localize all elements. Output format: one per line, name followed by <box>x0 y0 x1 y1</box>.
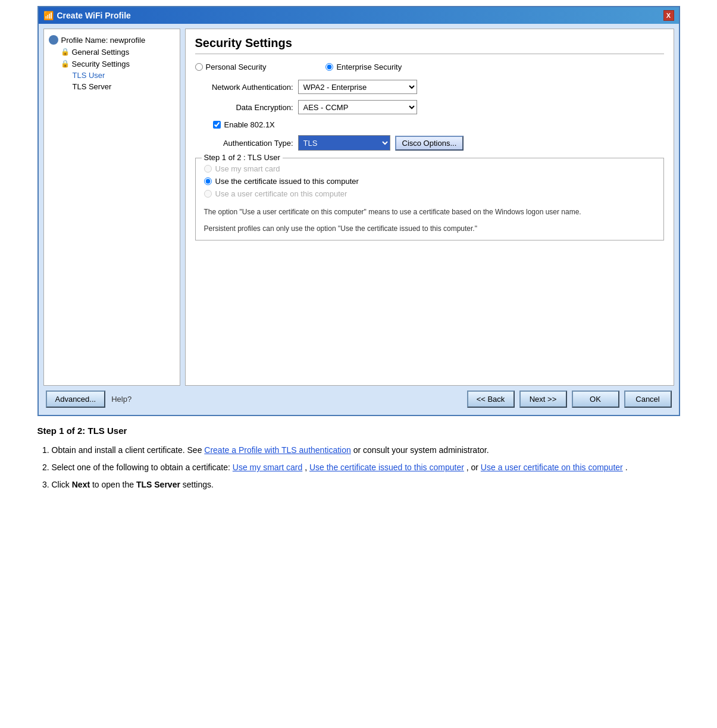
info-text-1: The option "Use a user certificate on th… <box>204 207 655 217</box>
dialog-body: Profile Name: newprofile General Setting… <box>39 24 679 415</box>
lock-icon-security <box>61 59 69 68</box>
instruction-2: Select one of the following to obtain a … <box>52 460 680 475</box>
dialog-title: Create WiFi Profile <box>57 11 131 20</box>
lock-icon-general <box>61 47 69 57</box>
use-smart-card-label: Use my smart card <box>215 164 280 173</box>
instruction-1: Obtain and install a client certificate.… <box>52 443 680 458</box>
tree-item-tls-user[interactable]: TLS User <box>49 70 175 81</box>
network-auth-label: Network Authentication: <box>195 83 293 92</box>
tree-item-tls-server[interactable]: TLS Server <box>49 81 175 92</box>
instruction-3: Click Next to open the TLS Server settin… <box>52 477 680 492</box>
auth-type-label: Authentication Type: <box>195 139 293 148</box>
step-group: Step 1 of 2 : TLS User Use my smart card… <box>195 158 664 240</box>
close-button[interactable]: X <box>663 10 674 21</box>
data-encryption-row: Data Encryption: AES - CCMP TKIP None <box>195 100 664 114</box>
user-cert-link[interactable]: Use a user certificate on this computer <box>481 463 623 472</box>
network-auth-row: Network Authentication: WPA2 - Enterpris… <box>195 80 664 94</box>
auth-type-select[interactable]: TLS PEAP LEAP EAP-FAST <box>298 135 390 151</box>
use-computer-cert-row[interactable]: Use the certificate issued to this compu… <box>204 177 655 186</box>
dialog-titlebar: 📶 Create WiFi Profile X <box>39 7 679 24</box>
instruction-3-text3: settings. <box>183 480 214 489</box>
dialog-content: Profile Name: newprofile General Setting… <box>43 29 674 386</box>
use-computer-cert-radio[interactable] <box>204 177 212 185</box>
section-title: Security Settings <box>195 36 664 54</box>
wifi-icon: 📶 <box>43 11 54 20</box>
tls-server-label: TLS Server <box>73 82 112 91</box>
tree-item-security-settings[interactable]: Security Settings <box>49 58 175 70</box>
general-settings-label: General Settings <box>72 48 130 57</box>
use-user-cert-label: Use a user certificate on this computer <box>215 189 347 198</box>
enterprise-security-radio[interactable] <box>325 63 333 71</box>
use-smart-card-row: Use my smart card <box>204 164 655 173</box>
use-user-cert-radio <box>204 190 212 198</box>
use-smart-card-radio <box>204 165 212 173</box>
instruction-1-text-before: Obtain and install a client certificate.… <box>52 445 205 455</box>
instruction-3-bold-server: TLS Server <box>136 480 180 489</box>
dialog-titlebar-title: 📶 Create WiFi Profile <box>43 11 131 20</box>
cisco-options-button[interactable]: Cisco Options... <box>395 136 464 151</box>
page-content: Step 1 of 2: TLS User Obtain and install… <box>37 426 680 493</box>
advanced-button[interactable]: Advanced... <box>46 390 106 408</box>
personal-security-radio-label[interactable]: Personal Security <box>195 63 267 71</box>
enterprise-security-radio-label[interactable]: Enterprise Security <box>325 63 402 71</box>
enable-8021x-row: Enable 802.1X <box>195 120 664 129</box>
instruction-3-text2: to open the <box>92 480 136 489</box>
instruction-3-text1: Click <box>52 480 72 489</box>
enable-8021x-label: Enable 802.1X <box>224 120 275 129</box>
next-button[interactable]: Next >> <box>519 390 567 408</box>
tree-item-profile-name[interactable]: Profile Name: newprofile <box>49 34 175 46</box>
left-panel: Profile Name: newprofile General Setting… <box>43 29 180 386</box>
auth-type-row: Authentication Type: TLS PEAP LEAP EAP-F… <box>195 135 664 151</box>
instruction-2-comma2: , or <box>466 463 481 472</box>
info-text-2: Persistent profiles can only use the opt… <box>204 223 655 234</box>
enterprise-security-label: Enterprise Security <box>336 63 402 71</box>
footer-left: Advanced... Help? <box>46 390 132 408</box>
help-text: Help? <box>111 395 131 404</box>
security-row: Personal Security Enterprise Security <box>195 63 664 71</box>
tls-auth-link[interactable]: Create a Profile with TLS authentication <box>204 445 350 455</box>
instruction-2-text-before: Select one of the following to obtain a … <box>52 463 233 472</box>
cancel-button[interactable]: Cancel <box>624 390 672 408</box>
tls-user-label: TLS User <box>73 71 105 80</box>
enable-8021x-checkbox[interactable] <box>213 121 221 129</box>
instruction-2-period: . <box>625 463 628 472</box>
smart-card-link[interactable]: Use my smart card <box>233 463 302 472</box>
step-group-legend: Step 1 of 2 : TLS User <box>202 153 283 162</box>
security-settings-label: Security Settings <box>72 60 130 68</box>
network-auth-select[interactable]: WPA2 - Enterprise WPA - Enterprise WPA2 … <box>298 80 417 94</box>
use-user-cert-row: Use a user certificate on this computer <box>204 189 655 198</box>
step-heading: Step 1 of 2: TLS User <box>37 426 680 436</box>
personal-security-label: Personal Security <box>206 63 267 71</box>
instruction-3-bold-next: Next <box>72 480 90 489</box>
instructions-list: Obtain and install a client certificate.… <box>37 443 680 493</box>
profile-icon <box>49 35 58 45</box>
personal-security-radio[interactable] <box>195 63 203 71</box>
dialog-footer: Advanced... Help? << Back Next >> OK Can… <box>43 386 674 410</box>
ok-button[interactable]: OK <box>572 390 619 408</box>
right-panel: Security Settings Personal Security Ente… <box>185 29 674 386</box>
instruction-1-text-after: or consult your system administrator. <box>353 445 489 455</box>
footer-right: << Back Next >> OK Cancel <box>467 390 672 408</box>
instruction-2-comma1: , <box>305 463 309 472</box>
tree-item-general-settings[interactable]: General Settings <box>49 46 175 58</box>
back-button[interactable]: << Back <box>467 390 515 408</box>
data-encryption-label: Data Encryption: <box>195 103 293 112</box>
profile-name-label: Profile Name: newprofile <box>61 36 146 45</box>
computer-cert-link[interactable]: Use the certificate issued to this compu… <box>309 463 464 472</box>
dialog-window: 📶 Create WiFi Profile X Profile Name: ne… <box>37 6 680 416</box>
data-encryption-select[interactable]: AES - CCMP TKIP None <box>298 100 417 114</box>
use-computer-cert-label: Use the certificate issued to this compu… <box>215 177 359 186</box>
